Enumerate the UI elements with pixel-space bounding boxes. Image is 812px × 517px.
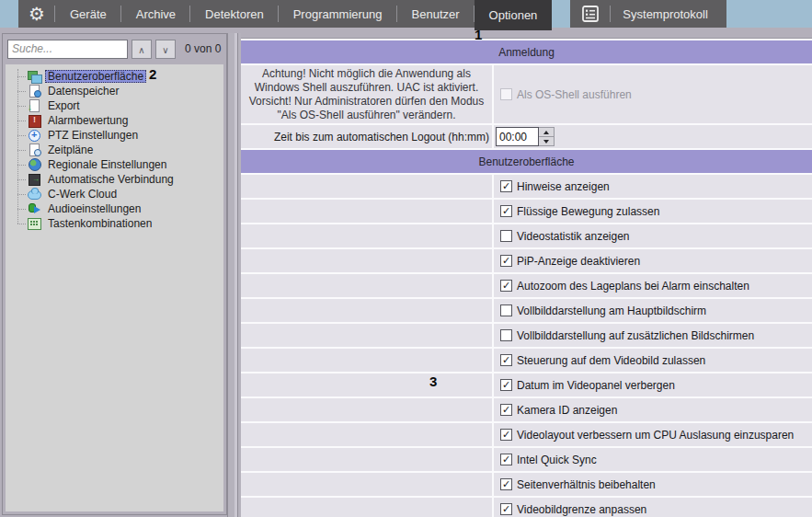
globe-icon — [28, 158, 41, 171]
setting-cell: Videobildgrenze anpassen — [494, 498, 812, 517]
tree-item[interactable]: Audioeinstellungen — [6, 201, 223, 216]
annotation-marker-2: 2 — [149, 66, 156, 82]
setting-checkbox[interactable] — [500, 255, 512, 267]
settings-tree: Benutzeroberfläche Datenspeicher Export … — [6, 64, 223, 511]
menu-tab-label: Archive — [136, 7, 176, 21]
logout-cell — [494, 125, 812, 148]
section-header-anmeldung: Anmeldung — [241, 40, 812, 63]
os-shell-warning-text: Achtung! Nicht möglich die Anwendung als… — [241, 65, 492, 123]
setting-label: Flüssige Bewegung zulassen — [517, 205, 659, 218]
setting-label: Seitenverhältnis beibehalten — [517, 478, 656, 491]
setting-row-spacer — [241, 200, 492, 223]
setting-cell: Seitenverhältnis beibehalten — [494, 473, 812, 496]
cloud-icon — [28, 188, 41, 201]
settings-tree-list: Benutzeroberfläche Datenspeicher Export … — [6, 69, 223, 231]
search-prev-button[interactable] — [132, 40, 152, 59]
spin-down-button[interactable] — [539, 136, 554, 145]
setting-cell: Datum im Videopanel verbergen — [494, 373, 812, 396]
setting-checkbox[interactable] — [500, 230, 512, 242]
menu-tab-label: Benutzer — [412, 7, 460, 21]
setting-cell: Kamera ID anzeigen — [494, 398, 812, 421]
tree-item-label: Datenspeicher — [45, 85, 121, 98]
tree-item[interactable]: Automatische Verbindung — [6, 172, 223, 187]
logout-spinbox — [496, 127, 555, 146]
ui-settings-rows: Hinweise anzeigen Flüssige Bewegung zula… — [241, 175, 812, 517]
tree-item[interactable]: C-Werk Cloud — [6, 187, 223, 201]
document-search-icon — [28, 85, 41, 98]
setting-label: PiP-Anzeige deaktivieren — [517, 255, 640, 268]
schedule-icon — [28, 144, 41, 156]
setting-row: Videobildgrenze anpassen — [241, 498, 812, 517]
search-input[interactable] — [7, 40, 128, 59]
menu-tab[interactable]: Programmierung — [279, 0, 397, 28]
export-icon — [28, 99, 41, 112]
setting-checkbox[interactable] — [500, 354, 512, 366]
panel-splitter[interactable] — [227, 33, 241, 517]
setting-checkbox[interactable] — [500, 478, 512, 490]
menu-tab-label: Programmierung — [293, 7, 383, 21]
tree-item[interactable]: PTZ Einstellungen — [6, 128, 223, 143]
setting-row: Videostatistik anzeigen — [241, 224, 812, 247]
setting-cell: PiP-Anzeige deaktivieren — [494, 249, 812, 272]
setting-label: Kamera ID anzeigen — [517, 404, 617, 417]
system-log-label[interactable]: Systemprotokoll — [611, 0, 726, 28]
setting-row-spacer — [241, 349, 492, 372]
setting-row-spacer — [241, 498, 492, 517]
setting-checkbox[interactable] — [500, 280, 512, 292]
setting-row: Hinweise anzeigen — [241, 175, 812, 198]
setting-cell: Vollbilddarstellung am Hauptbildschirm — [494, 299, 812, 322]
tree-item[interactable]: Datenspeicher — [6, 84, 223, 98]
os-shell-row: Achtung! Nicht möglich die Anwendung als… — [241, 65, 812, 123]
settings-gear-button[interactable] — [18, 0, 55, 28]
setting-checkbox[interactable] — [500, 329, 512, 341]
setting-checkbox[interactable] — [500, 304, 512, 316]
setting-checkbox[interactable] — [500, 503, 512, 515]
system-log-button[interactable] — [570, 0, 611, 28]
setting-checkbox[interactable] — [500, 205, 512, 217]
tree-item[interactable]: Regionale Einstellungen — [6, 157, 223, 172]
setting-row-spacer — [241, 373, 492, 396]
tree-item[interactable]: Benutzeroberfläche — [6, 69, 223, 84]
tree-item[interactable]: Tastenkombinationen — [6, 216, 223, 231]
audio-icon — [28, 202, 41, 215]
menu-tab[interactable]: Geräte — [55, 0, 121, 28]
setting-cell: Videolayout verbessern um CPU Auslasung … — [494, 423, 812, 446]
setting-label: Intel Quick Sync — [517, 454, 597, 466]
spin-up-button[interactable] — [539, 128, 554, 136]
setting-label: Videobildgrenze anpassen — [517, 503, 646, 516]
tree-item[interactable]: Zeitpläne — [6, 143, 223, 157]
setting-checkbox[interactable] — [500, 454, 512, 465]
logout-time-input[interactable] — [496, 127, 539, 146]
corner-spacer — [0, 0, 18, 28]
setting-row-spacer — [241, 175, 492, 198]
setting-checkbox[interactable] — [500, 404, 512, 416]
setting-checkbox[interactable] — [500, 379, 512, 391]
setting-row-spacer — [241, 299, 492, 322]
tree-item-label: Alarmbewertung — [45, 114, 131, 127]
setting-row: PiP-Anzeige deaktivieren — [241, 249, 812, 272]
tree-item[interactable]: Export — [6, 98, 223, 113]
setting-cell: Intel Quick Sync — [494, 448, 812, 471]
section-header-benutzeroberflaeche: Benutzeroberfläche — [241, 150, 812, 173]
system-log-group: Systemprotokoll — [570, 0, 726, 28]
setting-checkbox[interactable] — [500, 180, 512, 192]
setting-cell: Flüssige Bewegung zulassen — [494, 200, 812, 223]
setting-checkbox[interactable] — [500, 429, 512, 441]
menu-tab[interactable]: Optionen — [475, 0, 553, 30]
menu-tab[interactable]: Archive — [121, 0, 190, 28]
tree-item-label: Export — [45, 99, 83, 112]
options-panel: Anmeldung Achtung! Nicht möglich die Anw… — [241, 38, 812, 517]
setting-row: Vollbilddarstellung auf zusätzlichen Bil… — [241, 324, 812, 347]
search-next-button[interactable] — [155, 40, 176, 59]
menu-tab[interactable]: Detektoren — [190, 0, 279, 28]
setting-row: Kamera ID anzeigen — [241, 398, 812, 421]
menu-tab-label: Detektoren — [205, 7, 264, 21]
tree-item-label: Regionale Einstellungen — [45, 158, 169, 171]
tree-item[interactable]: Alarmbewertung — [6, 113, 223, 128]
setting-row-spacer — [241, 398, 492, 421]
setting-label: Datum im Videopanel verbergen — [517, 379, 675, 392]
menu-tab[interactable]: Benutzer — [397, 0, 475, 28]
setting-row-spacer — [241, 448, 492, 471]
setting-cell: Hinweise anzeigen — [494, 175, 812, 198]
logout-row: Zeit bis zum automatischen Logout (hh:mm… — [241, 125, 812, 148]
